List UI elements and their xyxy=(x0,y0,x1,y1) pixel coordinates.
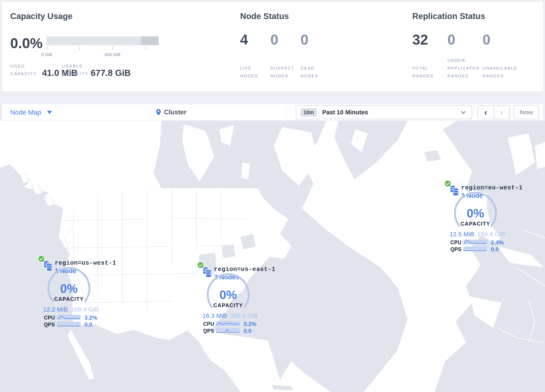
axis-tick-label: 400 GiB xyxy=(105,52,120,57)
region-marker-us-east-1[interactable]: region=us-east-1 2 Nodes 0% CAPACITY 16.… xyxy=(193,261,264,332)
time-range-dropdown[interactable]: 10m Past 10 Minutes xyxy=(296,105,472,119)
replication-status-section: Replication Status 32 TOTAL RANGES 0 UND… xyxy=(412,2,542,91)
qps-sparkline xyxy=(216,328,240,333)
under-replicated-ranges-label: UNDER-REPLICATED RANGES xyxy=(447,57,485,80)
suspect-nodes-label: SUSPECT NODES xyxy=(270,64,297,80)
prev-time-button[interactable]: ‹ xyxy=(478,106,494,119)
cpu-value: 3.2% xyxy=(84,315,97,321)
axis-tick xyxy=(145,47,146,50)
time-window-arrows: ‹ › xyxy=(478,105,510,119)
dead-nodes-label: DEAD NODES xyxy=(301,64,326,80)
usable-capacity-label: USABLE CAPACITY xyxy=(62,62,91,78)
view-selector-dropdown[interactable]: Node Map xyxy=(10,104,52,120)
used-capacity: 12.2 MiB xyxy=(43,306,68,313)
used-capacity: 12.5 MiB xyxy=(450,230,474,238)
unavailable-ranges-label: UNAVAILABLE RANGES xyxy=(483,64,522,80)
qps-sparkline xyxy=(57,321,81,327)
capacity-percent: 0.0% xyxy=(10,35,43,51)
cluster-summary-panel: Capacity Usage 0.0% 0 GiB 400 GiB USED C… xyxy=(2,2,543,92)
unavailable-ranges-count: 0 xyxy=(483,32,490,47)
qps-sparkline xyxy=(463,246,487,252)
usable-capacity-value: 677.8 GiB xyxy=(91,68,131,78)
time-range-label: Past 10 Minutes xyxy=(322,109,368,116)
axis-tick-label: 0 GiB xyxy=(41,52,52,57)
gauge-caption: CAPACITY xyxy=(452,221,498,227)
dead-nodes-count: 0 xyxy=(301,32,309,47)
qps-value: 0.0 xyxy=(84,322,92,328)
view-selector-label: Node Map xyxy=(10,108,41,116)
qps-label: QPS xyxy=(44,322,55,328)
node-map: region=us-west-1 1 Node 0% CAPACITY 12.2… xyxy=(0,121,545,392)
capacity-gauge: 0% CAPACITY xyxy=(46,266,92,311)
next-time-button[interactable]: › xyxy=(494,106,509,119)
region-marker-us-west-1[interactable]: region=us-west-1 1 Node 0% CAPACITY 12.2… xyxy=(33,255,105,326)
breadcrumb[interactable]: Cluster xyxy=(156,104,186,120)
capacity-usage-title: Capacity Usage xyxy=(10,12,73,21)
time-range-badge: 10m xyxy=(301,108,317,117)
qps-value: 0.0 xyxy=(244,328,252,334)
axis-tick xyxy=(47,47,47,50)
capacity-bar-nonusable-segment xyxy=(142,36,159,45)
total-capacity: 169.4 GiB xyxy=(477,230,505,238)
total-capacity: 169.4 GiB xyxy=(71,306,99,313)
now-button[interactable]: Now xyxy=(514,105,539,119)
gauge-percent: 0% xyxy=(46,281,92,295)
chevron-down-icon xyxy=(461,111,466,114)
cpu-value: 2.4% xyxy=(491,239,504,246)
node-status-section: Node Status 4 LIVE NODES 0 SUSPECT NODES… xyxy=(240,2,403,91)
gauge-percent: 0% xyxy=(205,288,251,302)
under-replicated-ranges-count: 0 xyxy=(447,32,455,47)
capacity-axis: 0 GiB 400 GiB xyxy=(47,47,159,50)
cpu-label: CPU xyxy=(44,315,55,321)
caret-down-icon xyxy=(47,111,52,114)
capacity-gauge: 0% CAPACITY xyxy=(205,272,251,318)
capacity-gauge: 0% CAPACITY xyxy=(452,190,498,236)
cpu-sparkline xyxy=(57,314,81,320)
capacity-bar xyxy=(47,36,159,45)
qps-value: 0.0 xyxy=(491,246,499,253)
breadcrumb-label: Cluster xyxy=(164,108,186,116)
total-capacity: 338.9 GiB xyxy=(230,312,258,319)
cpu-label: CPU xyxy=(203,321,214,327)
total-ranges-label: TOTAL RANGES xyxy=(412,64,440,80)
map-pin-icon xyxy=(156,109,161,116)
used-capacity-label: USED CAPACITY xyxy=(10,62,42,78)
live-nodes-label: LIVE NODES xyxy=(240,64,265,80)
capacity-usage-section: Capacity Usage 0.0% 0 GiB 400 GiB USED C… xyxy=(10,2,230,91)
axis-tick xyxy=(79,47,80,50)
cpu-sparkline xyxy=(216,321,240,327)
qps-label: QPS xyxy=(203,328,214,334)
suspect-nodes-count: 0 xyxy=(270,32,278,47)
gauge-caption: CAPACITY xyxy=(46,296,92,302)
total-ranges-count: 32 xyxy=(412,32,428,47)
gauge-percent: 0% xyxy=(452,206,498,220)
cpu-value: 5.2% xyxy=(244,321,257,327)
axis-tick xyxy=(112,47,113,50)
live-nodes-count: 4 xyxy=(240,32,248,47)
qps-label: QPS xyxy=(450,246,461,252)
toolbar-left-section: Node Map Cluster xyxy=(2,104,286,120)
used-capacity: 16.3 MiB xyxy=(202,312,227,319)
region-marker-eu-west-1[interactable]: region=eu-west-1 1 Node 0% CAPACITY 12.5… xyxy=(440,180,511,251)
cpu-sparkline xyxy=(463,239,487,245)
gauge-caption: CAPACITY xyxy=(205,302,251,308)
map-toolbar: Node Map Cluster 10m Past 10 Minutes ‹ ›… xyxy=(2,104,543,121)
cpu-label: CPU xyxy=(450,239,461,245)
